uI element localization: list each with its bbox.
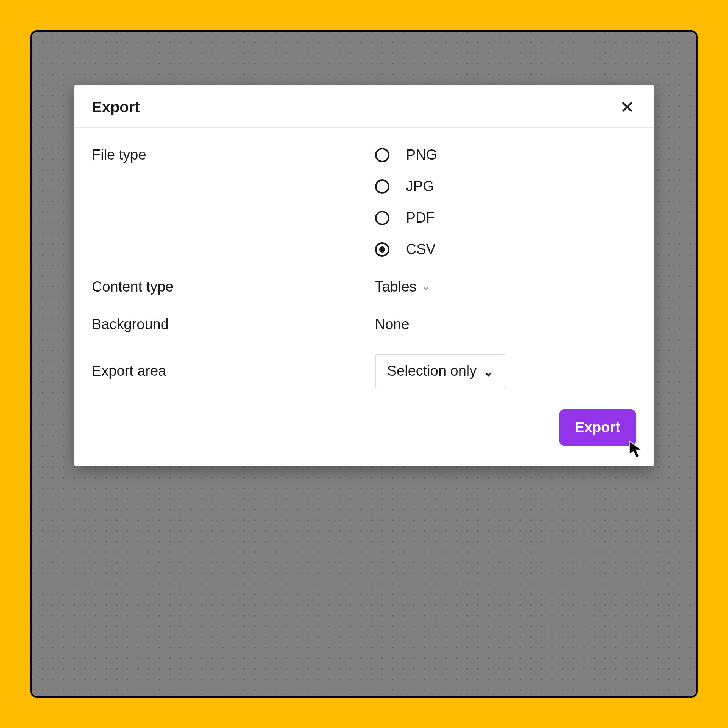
chevron-down-icon (422, 279, 430, 287)
canvas-frame: Export File type PNG (30, 30, 698, 698)
export-area-value: Selection only (387, 363, 477, 379)
file-type-option-csv[interactable]: CSV (375, 241, 636, 257)
background-value: None (375, 316, 636, 333)
file-type-label: File type (92, 147, 375, 163)
background-control: None (375, 316, 636, 333)
file-type-option-label: PDF (406, 210, 435, 226)
radio-icon (375, 148, 389, 162)
file-type-option-png[interactable]: PNG (375, 147, 636, 163)
dialog-footer: Export (74, 410, 654, 446)
dialog-body: File type PNG JPG PDF (74, 128, 654, 388)
export-button[interactable]: Export (559, 410, 636, 446)
close-icon (620, 100, 634, 114)
close-button[interactable] (618, 98, 636, 116)
file-type-option-label: PNG (406, 147, 437, 163)
content-type-row: Content type Tables (92, 279, 636, 295)
radio-icon (375, 211, 389, 225)
content-type-select[interactable]: Tables (375, 279, 430, 295)
file-type-option-label: JPG (406, 178, 434, 195)
content-type-control: Tables (375, 279, 636, 295)
content-type-value: Tables (375, 279, 417, 295)
file-type-radio-group: PNG JPG PDF CSV (375, 147, 636, 257)
dialog-title: Export (92, 99, 140, 116)
file-type-option-pdf[interactable]: PDF (375, 210, 636, 226)
content-type-label: Content type (92, 279, 375, 295)
background-row: Background None (92, 316, 636, 333)
export-area-select[interactable]: Selection only (375, 354, 506, 388)
radio-icon (375, 179, 389, 194)
file-type-control: PNG JPG PDF CSV (375, 147, 636, 257)
export-area-label: Export area (92, 363, 375, 379)
file-type-row: File type PNG JPG PDF (92, 147, 636, 257)
file-type-option-label: CSV (406, 241, 436, 257)
background-label: Background (92, 316, 375, 333)
chevron-down-icon (483, 366, 493, 376)
export-dialog: Export File type PNG (74, 85, 654, 466)
file-type-option-jpg[interactable]: JPG (375, 178, 636, 195)
export-area-control: Selection only (375, 354, 636, 388)
radio-icon (375, 242, 389, 257)
export-area-row: Export area Selection only (92, 354, 636, 388)
dialog-header: Export (74, 85, 654, 128)
